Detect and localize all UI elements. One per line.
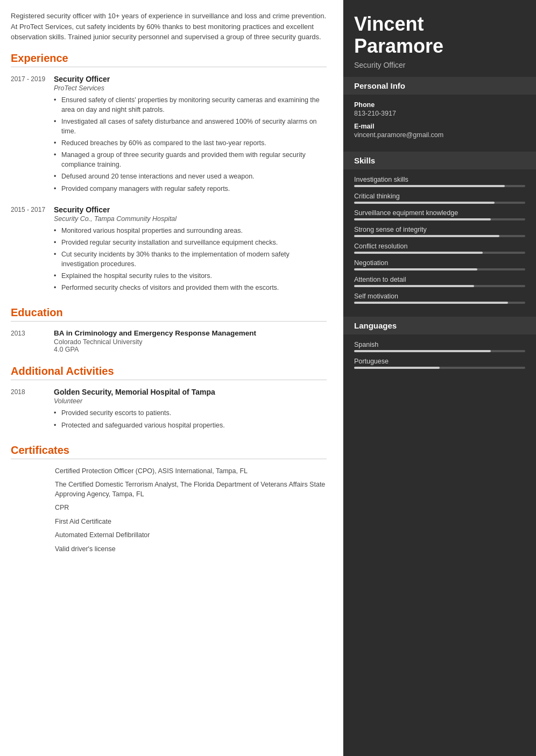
bullet-item: Performed security checks of visitors an… xyxy=(54,283,327,293)
skill-item: Self motivation xyxy=(354,293,525,304)
experience-company-1: ProTect Services xyxy=(54,84,327,92)
experience-content-2: Security Officer Security Co., Tampa Com… xyxy=(54,205,327,295)
skill-bar-fill xyxy=(354,185,505,187)
education-degree: BA in Criminology and Emergency Response… xyxy=(54,329,327,337)
cert-item-1: Certified Protection Officer (CPO), ASIS… xyxy=(55,467,327,476)
person-name: Vincent Paramore xyxy=(354,13,525,58)
experience-date-1: 2017 - 2019 xyxy=(11,75,54,196)
education-title: Education xyxy=(11,306,327,322)
language-bar-background xyxy=(354,367,525,369)
experience-bullets-2: Monitored various hospital properties an… xyxy=(54,226,327,293)
experience-date-2: 2015 - 2017 xyxy=(11,205,54,295)
skill-bar-background xyxy=(354,235,525,237)
experience-job-title-1: Security Officer xyxy=(54,75,327,83)
skill-item: Conflict resolution xyxy=(354,243,525,254)
bullet-item: Explained the hospital security rules to… xyxy=(54,271,327,281)
skill-bar-background xyxy=(354,302,525,304)
personal-info-title: Personal Info xyxy=(343,77,536,95)
skill-bar-background xyxy=(354,252,525,254)
education-entry-1: 2013 BA in Criminology and Emergency Res… xyxy=(11,329,327,353)
left-column: Registered security officer with 10+ yea… xyxy=(0,0,343,756)
experience-entry-2: 2015 - 2017 Security Officer Security Co… xyxy=(11,205,327,295)
skill-bar-background xyxy=(354,268,525,270)
skills-title: Skills xyxy=(343,152,536,169)
skills-section: Investigation skills Critical thinking S… xyxy=(343,176,536,317)
skill-bar-background xyxy=(354,202,525,204)
skill-item: Surveillance equipment knowledge xyxy=(354,209,525,220)
experience-content-1: Security Officer ProTect Services Ensure… xyxy=(54,75,327,196)
cert-item-3: CPR xyxy=(55,503,327,513)
language-item: Spanish xyxy=(354,341,525,352)
cert-item-5: Automated External Defibrillator xyxy=(55,531,327,540)
language-item: Portuguese xyxy=(354,358,525,369)
bullet-item: Investigated all cases of safety disturb… xyxy=(54,117,327,136)
bullet-item: Provided regular security installation a… xyxy=(54,238,327,247)
language-bar-fill xyxy=(354,350,491,352)
bullet-item: Protected and safeguarded various hospit… xyxy=(54,420,327,430)
cert-list: Certified Protection Officer (CPO), ASIS… xyxy=(55,467,327,554)
person-title: Security Officer xyxy=(354,61,525,69)
skill-name: Surveillance equipment knowledge xyxy=(354,209,525,217)
bullet-item: Defused around 20 tense interactions and… xyxy=(54,172,327,181)
skill-bar-fill xyxy=(354,285,474,287)
phone-value: 813-210-3917 xyxy=(354,110,525,117)
language-name: Portuguese xyxy=(354,358,525,365)
skill-name: Attention to detail xyxy=(354,276,525,283)
education-gpa: 4.0 GPA xyxy=(54,346,327,353)
skill-item: Negotiation xyxy=(354,259,525,270)
experience-job-title-2: Security Officer xyxy=(54,205,327,214)
skill-bar-background xyxy=(354,285,525,287)
cert-item-6: Valid driver's license xyxy=(55,545,327,554)
email-value: vincent.paramore@gmail.com xyxy=(354,131,525,139)
name-block: Vincent Paramore Security Officer xyxy=(343,0,536,77)
language-name: Spanish xyxy=(354,341,525,348)
skill-item: Critical thinking xyxy=(354,192,525,204)
experience-section: Experience 2017 - 2019 Security Officer … xyxy=(11,52,327,295)
skill-name: Negotiation xyxy=(354,259,525,267)
education-school: Colorado Technical University xyxy=(54,338,327,346)
email-label: E-mail xyxy=(354,123,525,130)
skill-name: Strong sense of integrity xyxy=(354,226,525,233)
right-column: Vincent Paramore Security Officer Person… xyxy=(343,0,536,756)
experience-entry-1: 2017 - 2019 Security Officer ProTect Ser… xyxy=(11,75,327,196)
skill-name: Self motivation xyxy=(354,293,525,300)
skill-item: Strong sense of integrity xyxy=(354,226,525,237)
skill-item: Investigation skills xyxy=(354,176,525,187)
bullet-item: Ensured safety of clients' properties by… xyxy=(54,95,327,115)
education-section: Education 2013 BA in Criminology and Eme… xyxy=(11,306,327,353)
certificates-section: Certificates Certified Protection Office… xyxy=(11,444,327,554)
languages-section: Spanish Portuguese xyxy=(343,341,536,382)
skill-bar-fill xyxy=(354,202,495,204)
skill-bar-fill xyxy=(354,252,483,254)
additional-role: Volunteer xyxy=(54,397,327,405)
summary-text: Registered security officer with 10+ yea… xyxy=(11,11,327,42)
skill-bar-background xyxy=(354,218,525,220)
skill-bar-fill xyxy=(354,268,477,270)
languages-title: Languages xyxy=(343,317,536,334)
cert-item-2: The Certified Domestic Terrorism Analyst… xyxy=(55,480,327,499)
skill-name: Conflict resolution xyxy=(354,243,525,250)
language-bar-background xyxy=(354,350,525,352)
bullet-item: Managed a group of three security guards… xyxy=(54,150,327,169)
education-content-1: BA in Criminology and Emergency Response… xyxy=(54,329,327,353)
bullet-item: Provided company managers with regular s… xyxy=(54,184,327,194)
skill-bar-fill xyxy=(354,218,491,220)
bullet-item: Provided security escorts to patients. xyxy=(54,408,327,418)
additional-bullets: Provided security escorts to patients. P… xyxy=(54,408,327,430)
skill-bar-fill xyxy=(354,235,499,237)
bullet-item: Reduced breaches by 60% as compared to t… xyxy=(54,138,327,148)
additional-title: Additional Activities xyxy=(11,365,327,380)
language-bar-fill xyxy=(354,367,440,369)
experience-company-2: Security Co., Tampa Community Hospital xyxy=(54,215,327,223)
additional-date-1: 2018 xyxy=(11,388,54,432)
skill-name: Investigation skills xyxy=(354,176,525,183)
additional-org-title: Golden Security, Memorial Hospital of Ta… xyxy=(54,388,327,396)
additional-content-1: Golden Security, Memorial Hospital of Ta… xyxy=(54,388,327,432)
education-date-1: 2013 xyxy=(11,329,54,353)
experience-bullets-1: Ensured safety of clients' properties by… xyxy=(54,95,327,194)
skill-bar-fill xyxy=(354,302,508,304)
skill-item: Attention to detail xyxy=(354,276,525,287)
phone-label: Phone xyxy=(354,101,525,109)
skill-name: Critical thinking xyxy=(354,192,525,200)
experience-title: Experience xyxy=(11,52,327,67)
